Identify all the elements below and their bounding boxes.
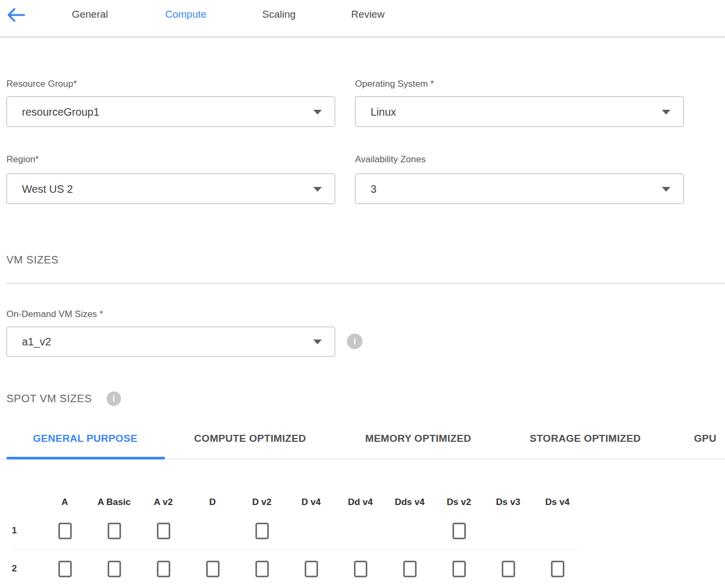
- vm-size-cell: [139, 550, 188, 587]
- back-button[interactable]: [6, 6, 27, 25]
- tab-general[interactable]: General: [72, 9, 108, 20]
- vm-size-checkbox[interactable]: [157, 523, 170, 539]
- vm-size-cell: [385, 550, 434, 587]
- availability-zones-label: Availability Zones: [355, 154, 426, 165]
- section-divider: [5, 283, 725, 284]
- operating-system-value: Linux: [371, 105, 396, 118]
- vm-size-grid-header: AA BasicA v2DD v2D v4Dd v4Dds v4Ds v2Ds …: [0, 493, 582, 512]
- vm-size-checkbox[interactable]: [403, 561, 417, 577]
- vm-size-cell: [336, 550, 385, 587]
- vm-size-checkbox[interactable]: [255, 523, 269, 539]
- chevron-down-icon: [662, 187, 670, 192]
- resource-group-label: Resource Group*: [6, 79, 77, 89]
- vm-size-row: 1: [0, 512, 582, 549]
- vm-size-cell: [139, 512, 188, 549]
- vm-size-cell: [286, 512, 336, 549]
- region-value: West US 2: [22, 183, 73, 195]
- vm-size-checkbox[interactable]: [58, 561, 72, 577]
- vm-size-checkbox[interactable]: [452, 523, 466, 539]
- vm-family-column-header: D v4: [286, 497, 336, 508]
- vm-size-row: 2: [0, 550, 582, 587]
- chevron-down-icon: [313, 110, 322, 115]
- vm-size-cell: [237, 550, 286, 587]
- wizard-tab-bar: General Compute Scaling Review: [0, 0, 725, 37]
- spot-tab-compute-optimized[interactable]: COMPUTE OPTIMIZED: [194, 433, 306, 444]
- spot-tab-memory-optimized[interactable]: MEMORY OPTIMIZED: [365, 433, 471, 444]
- resource-group-dropdown[interactable]: resourceGroup1: [6, 96, 335, 127]
- availability-zones-value: 3: [371, 183, 376, 195]
- vm-size-cell: [385, 512, 434, 549]
- region-dropdown[interactable]: West US 2: [6, 174, 335, 204]
- vm-family-column-header: Ds v3: [484, 497, 533, 508]
- tab-scaling[interactable]: Scaling: [262, 9, 296, 20]
- tab-review[interactable]: Review: [351, 9, 384, 20]
- vm-family-column-header: A v2: [139, 497, 188, 508]
- vm-size-cell: [89, 512, 139, 549]
- vm-sizes-heading: VM SIZES: [6, 254, 58, 266]
- operating-system-label: Operating System *: [355, 79, 434, 89]
- vm-size-checkbox[interactable]: [551, 561, 564, 577]
- vm-size-checkbox[interactable]: [157, 561, 170, 577]
- vm-family-column-header: A Basic: [89, 497, 139, 508]
- active-tab-indicator: [6, 457, 165, 459]
- vm-size-cell: [336, 512, 385, 549]
- vm-size-checkbox[interactable]: [452, 561, 466, 577]
- vm-size-cell: [40, 512, 89, 549]
- chevron-down-icon: [313, 187, 322, 192]
- vm-size-cell: [237, 512, 286, 549]
- vm-size-cell: [533, 512, 582, 549]
- arrow-left-icon: [6, 6, 26, 24]
- region-label: Region*: [6, 154, 39, 165]
- vm-size-checkbox[interactable]: [58, 523, 72, 539]
- info-icon[interactable]: i: [347, 334, 362, 349]
- vm-size-cell: [484, 512, 533, 549]
- vm-size-checkbox[interactable]: [305, 561, 318, 577]
- on-demand-vm-sizes-label: On-Demand VM Sizes *: [6, 309, 103, 320]
- vm-family-column-header: Ds v4: [533, 497, 582, 508]
- on-demand-vm-sizes-value: a1_v2: [22, 336, 51, 348]
- vm-size-cell: [89, 550, 139, 587]
- spot-tab-general-purpose[interactable]: GENERAL PURPOSE: [33, 433, 137, 444]
- availability-zones-dropdown[interactable]: 3: [355, 174, 684, 204]
- tab-compute[interactable]: Compute: [165, 9, 206, 20]
- vm-family-column-header: D: [188, 497, 237, 508]
- vm-size-cell: [434, 512, 484, 549]
- vm-size-checkbox[interactable]: [255, 561, 269, 577]
- spot-vm-sizes-heading: SPOT VM SIZES: [6, 393, 92, 405]
- info-icon[interactable]: i: [107, 391, 121, 406]
- spot-tab-gpu[interactable]: GPU: [694, 433, 716, 444]
- resource-group-value: resourceGroup1: [22, 105, 100, 118]
- vm-size-checkbox[interactable]: [108, 561, 121, 577]
- vm-size-cell: [188, 550, 237, 587]
- vm-size-cell: [286, 550, 336, 587]
- vm-size-checkbox[interactable]: [502, 561, 515, 577]
- vm-family-column-header: A: [40, 497, 89, 508]
- vm-size-cell: [40, 550, 89, 587]
- vm-size-cell: [484, 550, 533, 587]
- vm-size-grid: AA BasicA v2DD v2D v4Dd v4Dds v4Ds v2Ds …: [0, 493, 582, 587]
- chevron-down-icon: [313, 340, 322, 344]
- vm-size-checkbox[interactable]: [206, 561, 220, 577]
- spot-tab-storage-optimized[interactable]: STORAGE OPTIMIZED: [530, 433, 640, 444]
- chevron-down-icon: [662, 110, 670, 115]
- on-demand-vm-sizes-dropdown[interactable]: a1_v2: [6, 327, 335, 357]
- vm-size-cell: [533, 550, 582, 587]
- vm-size-checkbox[interactable]: [354, 561, 367, 577]
- vm-size-cell: [188, 512, 237, 549]
- vm-family-column-header: Dds v4: [385, 497, 434, 508]
- row-label: 1: [0, 525, 40, 536]
- vm-size-checkbox[interactable]: [108, 523, 121, 539]
- operating-system-dropdown[interactable]: Linux: [355, 96, 684, 127]
- vm-family-column-header: Ds v2: [434, 497, 484, 508]
- vm-family-column-header: D v2: [237, 497, 286, 508]
- vm-family-column-header: Dd v4: [336, 497, 385, 508]
- vm-size-cell: [434, 550, 484, 587]
- row-label: 2: [0, 563, 40, 574]
